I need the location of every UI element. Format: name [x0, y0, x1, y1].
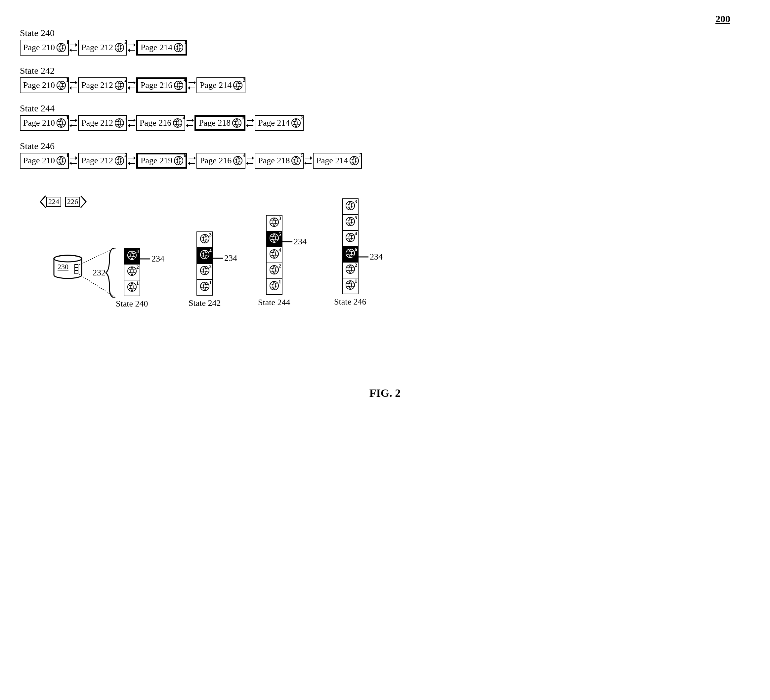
globe-icon: 4 [174, 80, 184, 90]
svg-marker-34 [134, 119, 136, 122]
state-label: State 240 [20, 28, 750, 38]
globe-icon [200, 234, 210, 246]
globe-icon: 3 [291, 118, 301, 128]
lower-section: 224 226 230 232 3 2 [20, 195, 750, 367]
svg-point-89 [201, 282, 209, 291]
svg-point-27 [57, 119, 65, 127]
page-box: Page 210 1 [20, 40, 69, 55]
double-arrow-icon [69, 156, 78, 165]
page-box: Page 214 3 [136, 40, 187, 55]
svg-point-21 [174, 81, 183, 90]
chevron-left-icon [40, 195, 46, 208]
globe-icon: 1 [56, 80, 66, 90]
svg-marker-72 [304, 162, 306, 165]
chevron-right-icon [80, 195, 87, 208]
page-superscript: 2 [125, 77, 127, 83]
svg-point-48 [57, 157, 65, 165]
page-superscript: 5 [301, 152, 304, 158]
cell-superscript: 4 [278, 247, 281, 253]
page-superscript: 1 [66, 152, 69, 158]
page-text: Page 214 [258, 118, 290, 128]
svg-marker-7 [134, 43, 136, 47]
svg-marker-23 [194, 81, 196, 84]
brace-label: 232 [92, 268, 105, 278]
svg-marker-67 [246, 162, 248, 165]
svg-marker-13 [75, 81, 78, 84]
svg-marker-41 [186, 124, 188, 127]
svg-point-103 [346, 265, 354, 273]
double-arrow-icon [127, 81, 136, 90]
svg-point-47 [292, 119, 300, 127]
stack-cell: 2 [196, 263, 213, 280]
state-row: State 246Page 210 1 Page 212 2 Page 219 … [20, 141, 750, 169]
page-text: Page 210 [23, 80, 55, 90]
globe-icon: 3 [174, 43, 184, 53]
cell-superscript: 5 [354, 215, 357, 221]
cell-superscript: 3 [136, 249, 139, 254]
svg-marker-62 [188, 162, 190, 165]
globe-icon: 1 [56, 118, 66, 128]
globe-icon [200, 265, 210, 278]
page-text: Page 218 [199, 118, 231, 128]
database-label: 230 [58, 262, 68, 271]
page-box: Page 212 2 [78, 115, 127, 131]
page-superscript: 6 [184, 152, 186, 158]
stack-cell: 1 [124, 280, 140, 296]
page-superscript: 1 [66, 39, 69, 45]
pointer-label: 234 [370, 252, 383, 262]
globe-icon: 2 [115, 80, 125, 90]
double-arrow-icon [69, 118, 78, 128]
svg-point-86 [201, 234, 209, 243]
svg-marker-70 [310, 157, 312, 160]
svg-marker-15 [70, 86, 71, 90]
globe-icon [127, 266, 137, 278]
stack-cell: 3 [342, 199, 359, 215]
double-arrow-icon [127, 43, 136, 52]
stack-group: 3 4 2 1State 242 [189, 231, 221, 308]
cell-superscript: 2 [278, 263, 281, 269]
svg-marker-50 [75, 157, 78, 160]
page-box: Page 210 1 [20, 78, 69, 93]
back-label: 224 [46, 197, 61, 207]
svg-point-37 [173, 119, 182, 127]
page-text: Page 214 [200, 80, 231, 90]
cell-superscript: 1 [209, 280, 212, 285]
page-box: Page 218 5 [194, 115, 246, 131]
page-text: Page 212 [81, 80, 113, 90]
svg-point-42 [233, 119, 241, 127]
globe-icon: 2 [115, 43, 125, 53]
svg-marker-44 [252, 119, 254, 122]
stack-cell: 2 [266, 262, 283, 279]
state-row: State 244Page 210 1 Page 212 2 Page 216 … [20, 103, 750, 131]
stack-cell: 2 [342, 262, 359, 278]
page-text: Page 216 [141, 80, 172, 90]
pointer-label: 234 [152, 254, 164, 264]
page-box: Page 212 2 [78, 78, 127, 93]
svg-marker-91 [206, 256, 210, 260]
page-superscript: 3 [184, 39, 186, 45]
page-box: Page 219 6 [136, 153, 187, 169]
page-box: Page 212 2 [78, 40, 127, 55]
svg-point-83 [128, 283, 136, 291]
globe-icon: 4 [173, 118, 183, 128]
pointer-234: 234 [206, 253, 237, 263]
double-arrow-icon [187, 81, 196, 90]
page-box: Page 216 4 [196, 153, 246, 169]
svg-marker-52 [70, 162, 71, 165]
svg-point-63 [233, 157, 242, 165]
page-text: Page 212 [81, 156, 113, 166]
stack-cell: 4 [342, 230, 359, 247]
page-superscript: 3 [359, 152, 362, 158]
svg-point-82 [128, 267, 136, 275]
page-text: Page 210 [23, 156, 55, 166]
double-arrow-icon [69, 43, 78, 52]
svg-marker-65 [252, 157, 254, 160]
cell-superscript: 2 [136, 265, 139, 270]
globe-icon [200, 281, 210, 294]
svg-marker-57 [128, 162, 129, 165]
page-text: Page 214 [316, 156, 348, 166]
figure-number: 200 [20, 13, 750, 24]
svg-point-53 [115, 157, 124, 165]
double-arrow-icon [127, 156, 136, 165]
page-box: Page 214 3 [313, 153, 362, 169]
